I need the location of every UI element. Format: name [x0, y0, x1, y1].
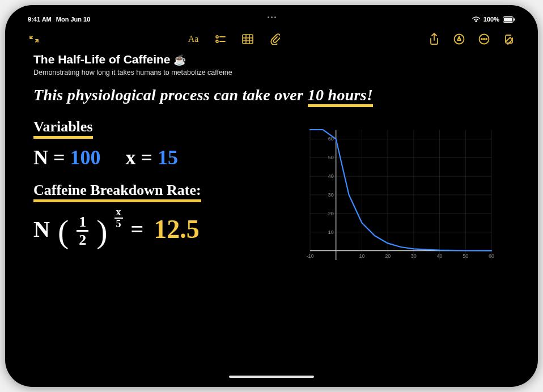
svg-rect-5 — [243, 35, 253, 44]
variables-heading[interactable]: Variables — [33, 118, 93, 139]
svg-text:20: 20 — [328, 210, 333, 216]
collapse-icon[interactable] — [28, 33, 40, 45]
note-title[interactable]: The Half-Life of Caffeine ☕ — [33, 53, 510, 66]
home-indicator[interactable] — [229, 376, 314, 378]
svg-text:20: 20 — [385, 253, 391, 258]
exponent-fraction: x 5 — [114, 207, 123, 229]
attachment-icon[interactable] — [269, 33, 281, 45]
battery-percent: 100% — [483, 16, 499, 23]
coffee-emoji-icon: ☕ — [173, 54, 186, 66]
more-icon[interactable] — [478, 33, 490, 45]
svg-point-4 — [216, 40, 218, 42]
variables-line[interactable]: N = 100 x = 15 — [33, 146, 274, 169]
svg-text:-10: -10 — [306, 253, 313, 258]
svg-text:50: 50 — [463, 253, 468, 258]
svg-rect-2 — [514, 18, 515, 20]
svg-text:30: 30 — [328, 192, 333, 198]
frac-den: 2 — [79, 232, 86, 248]
svg-point-8 — [481, 39, 482, 40]
note-title-text: The Half-Life of Caffeine — [33, 53, 171, 66]
wifi-icon — [472, 16, 480, 23]
equals-sign: = — [131, 216, 144, 242]
svg-point-9 — [483, 39, 485, 40]
compose-icon[interactable] — [503, 33, 515, 45]
exp-den: 5 — [116, 219, 121, 229]
svg-text:60: 60 — [489, 253, 494, 258]
svg-text:50: 50 — [328, 155, 333, 160]
fraction-half: 1 2 — [77, 215, 88, 248]
formula-result: 12.5 — [154, 214, 200, 244]
exp-num: x — [114, 207, 123, 219]
table-icon[interactable] — [241, 33, 254, 45]
svg-point-10 — [486, 39, 487, 40]
var-n-value: 100 — [70, 146, 101, 169]
formula[interactable]: N ( 1 2 ) x 5 = 12.5 — [33, 210, 274, 248]
svg-text:40: 40 — [328, 173, 333, 179]
checklist-icon[interactable] — [214, 33, 227, 45]
headline-text: This physiological process can take over — [33, 86, 308, 104]
status-time: 9:41 AM — [28, 16, 52, 23]
markup-icon[interactable] — [453, 33, 465, 45]
svg-text:10: 10 — [328, 229, 333, 235]
svg-text:40: 40 — [436, 253, 442, 258]
note-toolbar: Aa — [11, 28, 532, 50]
var-n-label: N = — [33, 146, 65, 169]
status-date: Mon Jun 10 — [56, 16, 91, 23]
svg-rect-1 — [504, 18, 512, 22]
screen: 9:41 AM Mon Jun 10 100% — [11, 11, 532, 381]
svg-point-3 — [216, 36, 218, 38]
ipad-frame: 9:41 AM Mon Jun 10 100% — [5, 5, 538, 387]
note-subtitle[interactable]: Demonstrating how long it takes humans t… — [33, 69, 510, 76]
share-icon[interactable] — [428, 33, 440, 45]
paren-close: ) — [96, 212, 107, 250]
formula-n: N — [33, 216, 50, 242]
decay-chart[interactable]: -10102030405060102030405060 — [304, 124, 497, 271]
svg-text:10: 10 — [359, 253, 364, 258]
var-x-value: 15 — [158, 146, 178, 169]
var-x-label: x = — [126, 146, 153, 169]
headline-emphasis: 10 hours! — [308, 86, 374, 107]
handwriting-headline[interactable]: This physiological process can take over… — [33, 86, 510, 105]
svg-text:30: 30 — [410, 253, 416, 258]
frac-num: 1 — [77, 215, 88, 232]
text-format-button[interactable]: Aa — [187, 33, 200, 45]
status-bar: 9:41 AM Mon Jun 10 100% — [11, 13, 532, 25]
paren-open: ( — [58, 212, 69, 250]
battery-icon — [503, 16, 515, 23]
note-canvas[interactable]: The Half-Life of Caffeine ☕ Demonstratin… — [33, 53, 510, 370]
rate-heading[interactable]: Caffeine Breakdown Rate: — [33, 182, 201, 202]
text-format-label: Aa — [188, 34, 199, 44]
